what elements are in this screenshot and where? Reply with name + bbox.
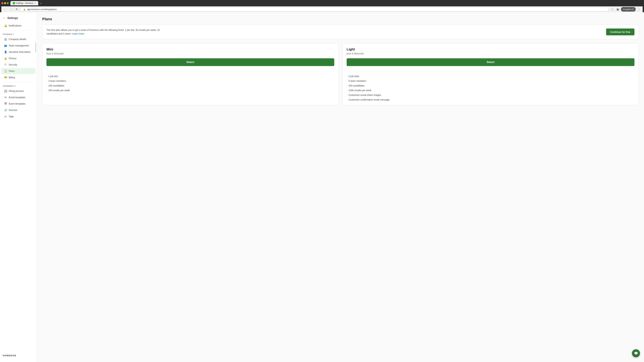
sidebar-tags-label: Tags [9, 115, 14, 118]
bell-icon: 🔔 [4, 24, 7, 27]
sources-icon: 🔗 [4, 109, 7, 112]
bookmark-button[interactable]: ☆ [610, 7, 614, 11]
sidebar-item-company-details[interactable]: 🏢 Company details [1, 36, 36, 42]
settings-title: Settings [8, 16, 18, 19]
title-bar: Settings · Homerun ✕ + [1, 1, 643, 5]
browser-chrome: Settings · Homerun ✕ + ← → ↻ 🔒 app.homer… [0, 0, 644, 12]
url-bar[interactable]: 🔒 app.homerun.co/settings/plans [20, 7, 609, 11]
billing-icon: 💳 [4, 76, 7, 79]
list-item: · 1 job slot [46, 75, 334, 78]
list-item: · 3 job slots [347, 75, 634, 78]
active-tab[interactable]: Settings · Homerun ✕ [10, 1, 38, 5]
list-item: · 250 emails per week [46, 89, 334, 92]
email-icon: ✉ [4, 96, 7, 99]
building-icon: 🏢 [4, 38, 7, 41]
list-item: · 250 candidates [347, 84, 634, 87]
sidebar: ← Settings 🔔 Notifications Company ▾ 🏢 C… [0, 12, 37, 362]
mini-plan-card: Mini from € 25/month Select · 1 job slot… [42, 43, 338, 105]
mini-plan-price: from € 25/month [46, 52, 334, 55]
sidebar-toggle-button[interactable]: ▣ [616, 7, 620, 11]
sidebar-item-sensitive-information[interactable]: 👤 Sensitive information [1, 49, 36, 55]
sidebar-event-templates-label: Event templates [9, 102, 26, 105]
url-text: app.homerun.co/settings/plans [27, 8, 57, 10]
lock-icon: 🔒 [23, 8, 26, 10]
tags-icon: 🏷 [4, 115, 7, 118]
divider-2 [3, 82, 34, 82]
sidebar-item-event-templates[interactable]: 📅 Event templates [1, 101, 36, 107]
light-plan-card: Light from € 69/month Select · 3 job slo… [342, 43, 639, 105]
menu-button[interactable]: ⋮ [636, 7, 641, 11]
shield-icon: 🛡 [4, 63, 7, 66]
toolbar-right: ☆ ▣ Incognito (2) ⋮ [610, 7, 641, 11]
tab-close-button[interactable]: ✕ [34, 2, 36, 4]
incognito-button[interactable]: Incognito (2) [621, 7, 636, 11]
sidebar-item-tags[interactable]: 🏷 Tags [1, 113, 36, 119]
light-plan-price: from € 69/month [347, 52, 634, 55]
sidebar-email-templates-label: Email templates [9, 96, 26, 99]
light-plan-divider [347, 72, 634, 72]
mini-plan-divider [46, 72, 334, 72]
main-content: Plans The free plan allows you to get a … [37, 12, 644, 362]
list-item: · 100 candidates [46, 84, 334, 87]
list-item: · 1000 emails per week [347, 89, 634, 92]
sidebar-item-privacy[interactable]: 🔒 Privacy [1, 55, 36, 61]
list-item: · Customize confirmation email message [347, 98, 634, 101]
candidates-section-label: Candidates ▾ [0, 83, 37, 88]
bullet-icon: · [46, 75, 47, 77]
hiring-icon: 🔄 [4, 89, 7, 92]
bullet-icon: · [46, 80, 47, 82]
sidebar-hiring-process-label: Hiring process [9, 90, 24, 92]
address-bar: ← → ↻ 🔒 app.homerun.co/settings/plans ☆ … [1, 6, 643, 12]
bullet-icon: · [347, 98, 347, 101]
back-button[interactable]: ← [3, 7, 8, 11]
sidebar-plans-label: Plans [9, 70, 14, 72]
scroll-indicator [36, 42, 36, 52]
continue-free-button[interactable]: Continue for free [606, 28, 634, 35]
bullet-icon: · [347, 75, 347, 77]
sidebar-item-email-templates[interactable]: ✉ Email templates [1, 94, 36, 100]
chat-icon: 💬 [634, 351, 638, 355]
window-controls [1, 2, 9, 4]
bullet-icon: · [347, 89, 347, 91]
window-minimize-button[interactable] [4, 2, 6, 4]
light-plan-features: · 3 job slots · 5 team members · 250 can… [347, 75, 634, 101]
sidebar-privacy-label: Privacy [9, 57, 16, 60]
page-title: Plans [42, 17, 639, 21]
sidebar-item-team-management[interactable]: 👥 Team management [1, 42, 36, 49]
sidebar-billing-label: Billing [9, 76, 15, 79]
bullet-icon: · [347, 80, 347, 82]
bullet-icon: · [347, 84, 347, 87]
window-maximize-button[interactable] [7, 2, 9, 4]
chat-button[interactable]: 💬 [632, 349, 640, 357]
light-select-button[interactable]: Select [347, 58, 634, 66]
learn-more-link[interactable]: Learn more [72, 32, 84, 35]
back-arrow-icon: ← [3, 16, 6, 20]
tab-title: Settings · Homerun [16, 2, 33, 4]
sidebar-item-security[interactable]: 🛡 Security [1, 62, 36, 68]
sidebar-team-management-label: Team management [9, 44, 29, 47]
settings-back-button[interactable]: ← Settings [0, 15, 37, 22]
tab-favicon [13, 2, 15, 4]
sidebar-notifications-label: Notifications [9, 24, 22, 27]
list-item: · Customize social share images [347, 94, 634, 96]
sidebar-item-sources[interactable]: 🔗 Sources [1, 107, 36, 113]
free-plan-banner: The free plan allows you to get a taste … [42, 25, 639, 39]
forward-button[interactable]: → [9, 7, 14, 11]
mini-select-button[interactable]: Select [46, 58, 334, 66]
sidebar-item-billing[interactable]: 💳 Billing [1, 74, 36, 80]
sidebar-company-details-label: Company details [9, 38, 26, 40]
sidebar-item-notifications[interactable]: 🔔 Notifications [1, 23, 36, 29]
list-item: · 5 team members [347, 80, 634, 82]
mini-plan-features: · 1 job slot · 3 team members · 100 cand… [46, 75, 334, 92]
sidebar-sources-label: Sources [9, 109, 17, 111]
new-tab-button[interactable]: + [38, 2, 43, 5]
sidebar-security-label: Security [9, 63, 17, 66]
light-plan-name: Light [347, 47, 634, 51]
bullet-icon: · [347, 94, 347, 96]
refresh-button[interactable]: ↻ [15, 7, 19, 11]
sidebar-item-plans[interactable]: 📋 Plans [1, 68, 36, 74]
company-section-label: Company ▾ [0, 32, 37, 36]
user-icon: 👤 [4, 50, 7, 53]
sidebar-item-hiring-process[interactable]: 🔄 Hiring process [1, 88, 36, 94]
window-close-button[interactable] [1, 2, 3, 4]
